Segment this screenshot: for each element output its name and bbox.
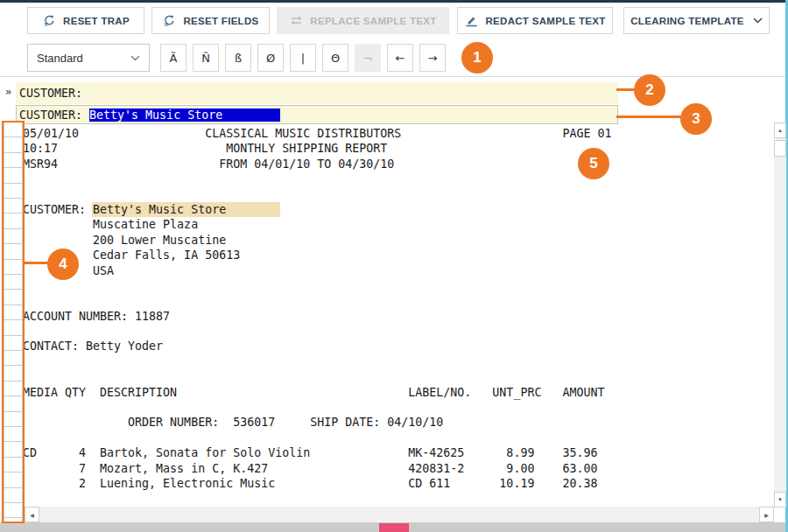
undo-reset-icon <box>162 14 176 28</box>
report-line: CUSTOMER: Betty's Music Store <box>23 202 758 217</box>
clearing-template-button[interactable]: CLEARING TEMPLATE <box>623 7 770 34</box>
char-button-pipe[interactable]: | <box>290 44 316 72</box>
callout-3: 3 <box>680 103 712 135</box>
trap-line-label: CUSTOMER: <box>19 87 82 100</box>
scroll-up-button[interactable]: ▲ <box>774 122 786 138</box>
redact-sample-text-button[interactable]: REDACT SAMPLE TEXT <box>457 7 613 34</box>
report-line: 200 Lower Muscatine <box>23 233 758 248</box>
trap-line-sample[interactable]: CUSTOMER: Betty's Music Store <box>16 105 618 124</box>
report-line <box>23 172 758 186</box>
char-button-o-slash[interactable]: Ø <box>257 44 284 72</box>
vertical-scroll-thumb[interactable] <box>774 140 786 157</box>
char-button-n-tilde[interactable]: Ñ <box>193 44 219 72</box>
char-button-a-tilde[interactable]: Ã <box>160 44 186 72</box>
bottom-notch <box>379 523 409 532</box>
chevron-down-icon <box>130 55 140 61</box>
callout-2: 2 <box>634 74 665 106</box>
down-arrow-icon: ▼ <box>777 497 783 502</box>
toolbar-separator <box>0 76 785 77</box>
replace-sample-text-label: REPLACE SAMPLE TEXT <box>310 16 436 26</box>
move-left-button[interactable]: ← <box>387 44 413 72</box>
callout-5: 5 <box>578 148 609 179</box>
callout-1: 1 <box>461 42 493 74</box>
reset-trap-label: RESET TRAP <box>63 16 130 26</box>
report-line: 05/01/10 CLASSICAL MUSIC DISTRIBUTORS PA… <box>23 126 758 141</box>
scroll-right-button[interactable]: ▶ <box>759 507 774 522</box>
window-top-border <box>0 0 788 3</box>
char-button-not-sign: ¬ <box>355 44 381 72</box>
template-editor-window: RESET TRAP RESET FIELDS REPLACE SAMPLE T… <box>0 0 788 532</box>
report-line: 7 Mozart, Mass in C, K.427 420831-2 9.00… <box>23 461 758 476</box>
report-line <box>23 400 758 415</box>
report-line: ORDER NUMBER: 536017 SHIP DATE: 04/10/10 <box>23 415 758 430</box>
report-line <box>23 324 758 339</box>
undo-reset-icon <box>42 14 56 28</box>
style-dropdown[interactable]: Standard <box>27 44 150 72</box>
callout-4-connector <box>23 262 50 264</box>
report-line: ACCOUNT NUMBER: 11887 <box>23 309 758 324</box>
report-line <box>23 354 758 369</box>
current-row-marker: » <box>5 86 11 98</box>
clearing-template-label: CLEARING TEMPLATE <box>630 16 743 26</box>
report-line: MSR94 FROM 04/01/10 TO 04/30/10 <box>23 157 758 172</box>
right-arrow-icon: ▶ <box>764 512 769 518</box>
vertical-scrollbar[interactable]: ▲ ▼ <box>774 122 786 508</box>
report-line <box>23 278 758 293</box>
report-line: Cedar Falls, IA 50613 <box>23 248 758 262</box>
report-line: 2 Luening, Electronic Music CD 611 10.19… <box>23 476 758 491</box>
row-gutter[interactable] <box>2 121 25 523</box>
report-line: Muscatine Plaza <box>23 217 758 232</box>
replace-sample-text-button: REPLACE SAMPLE TEXT <box>277 7 449 34</box>
callout-3-connector <box>616 116 684 118</box>
report-line: CONTACT: Betty Yoder <box>23 339 758 354</box>
char-button-theta[interactable]: Θ <box>322 44 348 72</box>
up-arrow-icon: ▲ <box>777 128 783 133</box>
report-line: USA <box>23 263 758 278</box>
move-right-button[interactable]: → <box>419 44 446 72</box>
char-button-eszett[interactable]: ß <box>225 44 251 72</box>
report-line <box>23 430 758 445</box>
redact-pen-icon <box>464 14 478 28</box>
report-line: 10:17 MONTHLY SHIPPING REPORT <box>23 141 758 156</box>
trap-sample-label: CUSTOMER: <box>19 108 89 122</box>
swap-arrows-icon <box>289 14 303 28</box>
style-dropdown-value: Standard <box>37 52 83 65</box>
callout-4: 4 <box>47 248 79 280</box>
scroll-left-button[interactable]: ◀ <box>25 507 39 522</box>
scroll-down-button[interactable]: ▼ <box>774 492 786 508</box>
gutter-cells[interactable] <box>4 122 23 522</box>
report-line <box>23 187 758 202</box>
redact-sample-text-label: REDACT SAMPLE TEXT <box>485 16 605 26</box>
trap-line-template[interactable]: CUSTOMER: <box>16 82 618 104</box>
chevron-down-icon <box>753 18 763 24</box>
report-line: CD 4 Bartok, Sonata for Solo Violin MK-4… <box>23 445 758 460</box>
left-arrow-icon: ◀ <box>30 512 34 518</box>
report-line <box>23 369 758 384</box>
reset-fields-button[interactable]: RESET FIELDS <box>151 7 270 34</box>
report-line: MEDIA QTY DESCRIPTION LABEL/NO. UNT_PRC … <box>23 385 758 400</box>
report-line <box>23 293 758 308</box>
trap-sample-selected-value: Betty's Music Store <box>89 108 280 122</box>
horizontal-scrollbar[interactable]: ◀ ▶ <box>25 507 774 522</box>
reset-trap-button[interactable]: RESET TRAP <box>27 7 144 34</box>
report-text: 05/01/10 CLASSICAL MUSIC DISTRIBUTORS PA… <box>23 126 758 491</box>
reset-fields-label: RESET FIELDS <box>183 16 258 26</box>
